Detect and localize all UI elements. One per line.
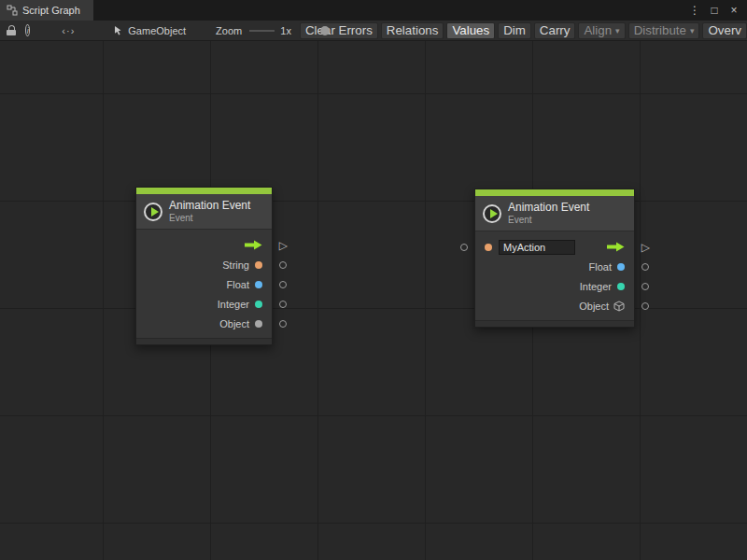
event-play-icon [483,204,501,223]
integer-output-row: Integer [136,294,272,314]
object-output-row: Object [475,296,634,315]
node-header[interactable]: Animation Event Event [475,196,634,231]
distribute-dropdown[interactable]: Distribute ▾ [628,22,700,39]
graph-icon [7,5,18,16]
gameobject-target[interactable]: GameObject [112,25,186,36]
node-title: Animation Event [508,202,589,214]
chevron-down-icon: ▾ [615,26,620,35]
event-color-strip [136,188,272,194]
info-icon[interactable]: i [25,24,30,36]
zoom-slider-thumb[interactable] [320,26,330,35]
play-triangle [151,207,159,217]
flow-arrow-icon [607,242,625,252]
node-title: Animation Event [169,200,250,212]
float-output-row: Float [136,274,272,294]
tab-script-graph[interactable]: Script Graph [0,0,93,21]
integer-output-port[interactable] [279,301,287,308]
string-output-label: String [222,259,249,271]
maximize-icon[interactable]: □ [709,4,720,17]
flow-arrow-icon [245,240,262,250]
relations-button[interactable]: Relations [381,22,444,39]
window-controls: ⋮ □ × [689,0,747,21]
string-output-port[interactable] [279,261,287,269]
overview-button[interactable]: Overv [702,22,747,39]
node-animation-event-2[interactable]: Animation Event Event ▷ Float [474,189,635,328]
flow-output-port[interactable]: ▷ [279,239,288,250]
float-output-label: Float [589,261,612,273]
zoom-slider[interactable] [249,25,275,36]
titlebar: Script Graph ⋮ □ × [0,0,747,21]
chevron-down-icon: ▾ [690,26,695,35]
string-type-dot [255,261,262,269]
integer-type-dot [617,283,625,290]
float-output-label: Float [227,279,249,290]
node-footer [475,320,634,327]
string-output-row: String [136,255,272,274]
clear-errors-label: Clear Errors [305,23,373,37]
node-body: ▷ Float Integer Object [475,231,634,320]
float-type-dot [255,281,262,288]
zoom-value: 1x [280,25,291,36]
code-brackets-icon[interactable]: ‹·› [62,25,75,36]
close-icon[interactable]: × [728,4,740,17]
lock-icon[interactable] [7,25,16,35]
event-play-icon [144,203,162,221]
object-type-dot [255,320,262,328]
flow-output-port[interactable]: ▷ [641,241,650,252]
values-label: Values [452,23,489,37]
graph-toolbar: i ‹·› GameObject Zoom 1x Clear Errors Re… [0,21,747,41]
integer-output-port[interactable] [641,283,649,290]
dim-label: Dim [503,23,526,37]
object-output-label: Object [219,318,249,329]
menu-icon[interactable]: ⋮ [689,4,700,17]
align-label: Align [584,23,612,37]
zoom-label: Zoom [216,25,242,36]
integer-output-label: Integer [218,299,249,310]
gameobject-icon [112,25,123,36]
object-output-port[interactable] [279,320,287,328]
integer-type-dot [255,301,262,308]
node-animation-event-1[interactable]: Animation Event Event ▷ String Floa [135,187,273,345]
gameobject-label: GameObject [128,25,186,36]
carry-label: Carry [540,23,571,37]
relations-label: Relations [387,23,439,37]
action-name-field[interactable] [499,240,575,255]
node-subtitle: Event [508,215,589,225]
carry-button[interactable]: Carry [534,22,576,39]
distribute-label: Distribute [634,23,686,37]
overview-label: Overv [708,23,741,37]
values-button[interactable]: Values [446,22,495,39]
name-input-row: ▷ [475,237,634,257]
node-titles: Animation Event Event [169,200,250,223]
object-output-port[interactable] [641,302,649,310]
event-color-strip [475,189,634,196]
object-output-label: Object [579,301,609,312]
object-output-row: Object [136,314,272,333]
string-type-dot [485,244,492,251]
node-titles: Animation Event Event [508,202,589,225]
float-output-row: Float [475,257,634,276]
node-footer [136,338,272,344]
zoom-slider-track[interactable] [249,30,275,32]
name-input-port[interactable] [460,244,468,251]
play-triangle [490,209,498,218]
clear-errors-button[interactable]: Clear Errors [300,22,378,39]
float-output-port[interactable] [279,281,287,288]
flow-output-row: ▷ [136,235,272,255]
node-header[interactable]: Animation Event Event [136,194,272,229]
dim-button[interactable]: Dim [498,22,531,39]
object-cube-icon [613,301,625,312]
graph-canvas[interactable]: Animation Event Event ▷ String Floa [0,41,747,560]
lock-body [7,30,16,35]
tab-label: Script Graph [22,5,80,16]
script-graph-window: Script Graph ⋮ □ × i ‹·› GameObject Zoom… [0,0,747,560]
align-dropdown[interactable]: Align ▾ [578,22,625,39]
node-body: ▷ String Float Integer [136,229,272,338]
float-type-dot [617,263,625,271]
node-subtitle: Event [169,213,250,223]
integer-output-row: Integer [475,276,634,296]
float-output-port[interactable] [641,263,649,271]
integer-output-label: Integer [580,281,612,292]
